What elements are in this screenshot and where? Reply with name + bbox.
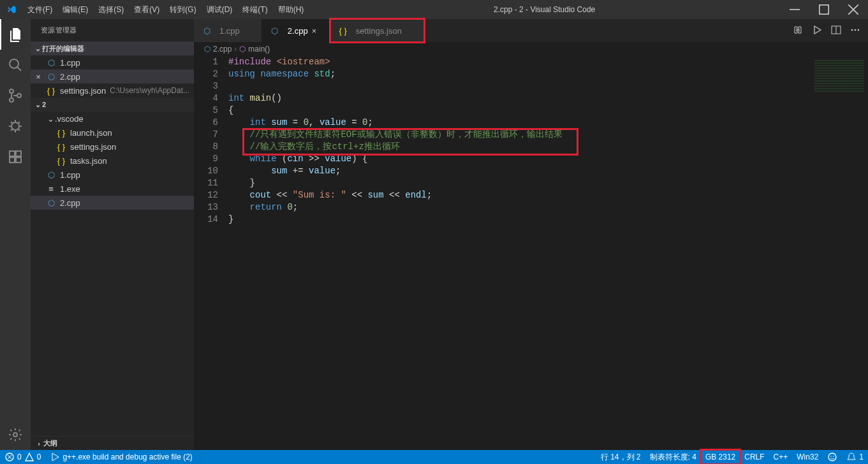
maximize-button[interactable] bbox=[809, 0, 839, 19]
settings-gear-icon[interactable] bbox=[0, 419, 31, 450]
eol-status[interactable]: CRLF bbox=[740, 450, 769, 464]
folder-vscode[interactable]: ⌄ .vscode bbox=[31, 112, 194, 126]
editor-tab[interactable]: ⬡1.cpp× bbox=[194, 19, 262, 42]
explorer-icon[interactable] bbox=[0, 19, 31, 50]
run-icon[interactable] bbox=[812, 25, 822, 37]
feedback-icon[interactable] bbox=[823, 450, 842, 464]
search-icon[interactable] bbox=[0, 50, 31, 80]
code-editor[interactable]: 1234567891011121314 #include <iostream>u… bbox=[194, 56, 868, 450]
encoding-status[interactable]: GB 2312 bbox=[701, 450, 740, 464]
file-label: 1.cpp bbox=[60, 170, 80, 180]
editor-actions bbox=[785, 19, 868, 42]
menu-item[interactable]: 文件(F) bbox=[22, 0, 57, 19]
code-line[interactable]: } bbox=[228, 214, 811, 226]
cursor-position[interactable]: 行 14，列 2 bbox=[596, 450, 645, 464]
menu-item[interactable]: 帮助(H) bbox=[273, 0, 309, 19]
open-editor-item[interactable]: { }settings.jsonC:\Users\wyh\AppDat... bbox=[31, 83, 194, 98]
title-bar: 文件(F)编辑(E)选择(S)查看(V)转到(G)调试(D)终端(T)帮助(H)… bbox=[0, 0, 868, 19]
svg-rect-8 bbox=[10, 157, 15, 163]
symbol-icon: ⬡ bbox=[239, 45, 246, 54]
breadcrumb[interactable]: ⬡ 2.cpp › ⬡ main() bbox=[194, 42, 868, 56]
tree-file-item[interactable]: { }settings.json bbox=[31, 140, 194, 154]
menu-item[interactable]: 终端(T) bbox=[237, 0, 272, 19]
code-line[interactable]: while (cin >> value) { bbox=[228, 153, 811, 165]
file-label: launch.json bbox=[70, 128, 112, 138]
file-label: settings.json bbox=[70, 142, 116, 152]
menu-item[interactable]: 转到(G) bbox=[165, 0, 201, 19]
svg-point-11 bbox=[13, 433, 17, 437]
tree-file-item[interactable]: { }tasks.json bbox=[31, 154, 194, 168]
chevron-down-icon: ⌄ bbox=[33, 45, 42, 53]
editor-tab[interactable]: { }settings.json× bbox=[330, 19, 424, 42]
open-editors-label: 打开的编辑器 bbox=[42, 44, 84, 54]
code-line[interactable]: } bbox=[228, 177, 811, 189]
code-line[interactable]: return 0; bbox=[228, 201, 811, 214]
open-editors-header[interactable]: ⌄ 打开的编辑器 bbox=[31, 41, 194, 55]
debug-icon[interactable] bbox=[0, 111, 31, 141]
json-file-icon: { } bbox=[56, 128, 66, 138]
open-editor-item[interactable]: ×⬡2.cpp bbox=[31, 69, 194, 83]
compare-icon[interactable] bbox=[793, 25, 803, 37]
svg-point-14 bbox=[855, 29, 857, 31]
tab-size[interactable]: 制表符长度: 4 bbox=[645, 450, 701, 464]
open-editor-item[interactable]: ⬡1.cpp bbox=[31, 55, 194, 69]
code-content[interactable]: #include <iostream>using namespace std;i… bbox=[226, 56, 811, 450]
outline-header[interactable]: › 大纲 bbox=[31, 436, 194, 450]
minimap-content bbox=[814, 60, 864, 92]
file-icon: ⬡ bbox=[204, 45, 210, 54]
close-button[interactable] bbox=[839, 0, 868, 19]
file-label: settings.json bbox=[60, 86, 106, 96]
cpp-file-icon: ⬡ bbox=[270, 26, 280, 36]
tree-file-item[interactable]: { }launch.json bbox=[31, 126, 194, 140]
code-line[interactable]: //输入完数字后，按ctrl+z推出循环 bbox=[228, 141, 811, 153]
code-line[interactable] bbox=[228, 80, 811, 92]
menu-item[interactable]: 选择(S) bbox=[93, 0, 129, 19]
file-label: 1.exe bbox=[60, 184, 80, 194]
file-label: 1.cpp bbox=[60, 58, 80, 68]
menu-bar: 文件(F)编辑(E)选择(S)查看(V)转到(G)调试(D)终端(T)帮助(H) bbox=[22, 0, 309, 19]
code-line[interactable]: sum += value; bbox=[228, 165, 811, 177]
build-task-status[interactable]: g++.exe build and debug active file (2) bbox=[45, 450, 196, 464]
svg-point-5 bbox=[17, 94, 21, 98]
minimap[interactable] bbox=[811, 56, 868, 450]
svg-point-4 bbox=[10, 98, 13, 102]
split-editor-icon[interactable] bbox=[831, 25, 841, 37]
menu-item[interactable]: 查看(V) bbox=[129, 0, 165, 19]
more-icon[interactable] bbox=[850, 25, 860, 37]
workspace-label: 2 bbox=[42, 101, 46, 108]
tree-file-item[interactable]: ≡1.exe bbox=[31, 182, 194, 196]
minimize-button[interactable] bbox=[780, 0, 809, 19]
vscode-logo-icon bbox=[0, 4, 22, 15]
code-line[interactable]: //只有遇到文件结束符EOF或输入错误（非整数）时，才能推出循环，输出结果 bbox=[228, 129, 811, 141]
source-control-icon[interactable] bbox=[0, 80, 31, 111]
tree-file-item[interactable]: ⬡2.cpp bbox=[31, 196, 194, 210]
svg-point-2 bbox=[10, 59, 18, 68]
editor-tab[interactable]: ⬡2.cpp× bbox=[262, 19, 330, 42]
editor-tabs: ⬡1.cpp×⬡2.cpp×{ }settings.json× bbox=[194, 19, 868, 42]
code-line[interactable]: using namespace std; bbox=[228, 68, 811, 80]
json-file-icon: { } bbox=[56, 142, 66, 152]
activity-bar bbox=[0, 19, 31, 450]
sidebar: 资源管理器 ⌄ 打开的编辑器 ⬡1.cpp×⬡2.cpp{ }settings.… bbox=[31, 19, 194, 450]
problems-status[interactable]: 0 0 bbox=[0, 450, 45, 464]
close-icon[interactable]: × bbox=[312, 26, 322, 36]
svg-rect-1 bbox=[820, 5, 828, 14]
extensions-icon[interactable] bbox=[0, 141, 31, 172]
tab-label: 1.cpp bbox=[219, 26, 240, 36]
code-line[interactable]: int sum = 0, value = 0; bbox=[228, 117, 811, 129]
platform-status[interactable]: Win32 bbox=[792, 450, 823, 464]
code-line[interactable]: { bbox=[228, 105, 811, 117]
json-file-icon: { } bbox=[46, 86, 56, 96]
menu-item[interactable]: 调试(D) bbox=[202, 0, 238, 19]
language-mode[interactable]: C++ bbox=[769, 450, 793, 464]
code-line[interactable]: #include <iostream> bbox=[228, 56, 811, 68]
close-icon[interactable]: × bbox=[33, 72, 43, 82]
chevron-down-icon: ⌄ bbox=[33, 101, 42, 109]
tree-file-item[interactable]: ⬡1.cpp bbox=[31, 168, 194, 182]
code-line[interactable]: int main() bbox=[228, 92, 811, 105]
menu-item[interactable]: 编辑(E) bbox=[57, 0, 93, 19]
code-line[interactable]: cout << "Sum is: " << sum << endl; bbox=[228, 189, 811, 201]
svg-point-13 bbox=[851, 29, 853, 31]
workspace-header[interactable]: ⌄ 2 bbox=[31, 98, 194, 112]
notifications-status[interactable]: 1 bbox=[842, 450, 868, 464]
